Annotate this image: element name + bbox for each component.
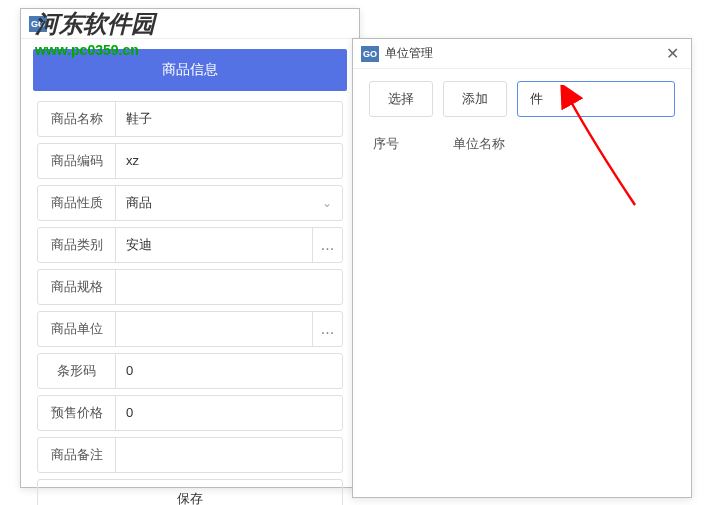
value[interactable]: 0 bbox=[116, 396, 342, 430]
col-seq: 序号 bbox=[373, 135, 453, 153]
label: 商品规格 bbox=[38, 270, 116, 304]
more-button[interactable]: ... bbox=[312, 228, 342, 262]
product-info-window: GO 商品信息 商品名称 鞋子 商品编码 xz 商品性质 商品 ⌄ 商品类别 安… bbox=[20, 8, 360, 488]
watermark-text: 河东软件园 bbox=[35, 10, 155, 37]
field-code[interactable]: 商品编码 xz bbox=[37, 143, 343, 179]
field-price[interactable]: 预售价格 0 bbox=[37, 395, 343, 431]
field-spec[interactable]: 商品规格 bbox=[37, 269, 343, 305]
value[interactable]: 安迪 bbox=[116, 228, 312, 262]
value[interactable]: xz bbox=[116, 144, 342, 178]
add-button[interactable]: 添加 bbox=[443, 81, 507, 117]
more-button[interactable]: ... bbox=[312, 312, 342, 346]
unit-name-input[interactable]: 件 bbox=[517, 81, 675, 117]
label: 条形码 bbox=[38, 354, 116, 388]
label: 商品单位 bbox=[38, 312, 116, 346]
unit-management-window: GO 单位管理 ✕ 选择 添加 件 序号 单位名称 bbox=[352, 38, 692, 498]
chevron-down-icon[interactable]: ⌄ bbox=[312, 196, 342, 210]
field-remark[interactable]: 商品备注 bbox=[37, 437, 343, 473]
close-icon[interactable]: ✕ bbox=[662, 44, 683, 63]
label: 商品性质 bbox=[38, 186, 116, 220]
label: 商品名称 bbox=[38, 102, 116, 136]
label: 商品类别 bbox=[38, 228, 116, 262]
label: 商品备注 bbox=[38, 438, 116, 472]
field-name[interactable]: 商品名称 鞋子 bbox=[37, 101, 343, 137]
watermark-url: www.pc0359.cn bbox=[35, 42, 155, 58]
field-barcode[interactable]: 条形码 0 bbox=[37, 353, 343, 389]
titlebar: GO 单位管理 ✕ bbox=[353, 39, 691, 69]
window-title: 单位管理 bbox=[385, 45, 662, 62]
watermark: 河东软件园 www.pc0359.cn bbox=[35, 8, 155, 58]
value[interactable]: 商品 bbox=[116, 186, 312, 220]
label: 预售价格 bbox=[38, 396, 116, 430]
value[interactable]: 鞋子 bbox=[116, 102, 342, 136]
field-category[interactable]: 商品类别 安迪 ... bbox=[37, 227, 343, 263]
select-button[interactable]: 选择 bbox=[369, 81, 433, 117]
value[interactable]: 0 bbox=[116, 354, 342, 388]
col-name: 单位名称 bbox=[453, 135, 671, 153]
field-unit[interactable]: 商品单位 ... bbox=[37, 311, 343, 347]
field-nature[interactable]: 商品性质 商品 ⌄ bbox=[37, 185, 343, 221]
save-button[interactable]: 保存 bbox=[37, 479, 343, 505]
label: 商品编码 bbox=[38, 144, 116, 178]
list-header: 序号 单位名称 bbox=[369, 135, 675, 153]
app-icon: GO bbox=[361, 46, 379, 62]
